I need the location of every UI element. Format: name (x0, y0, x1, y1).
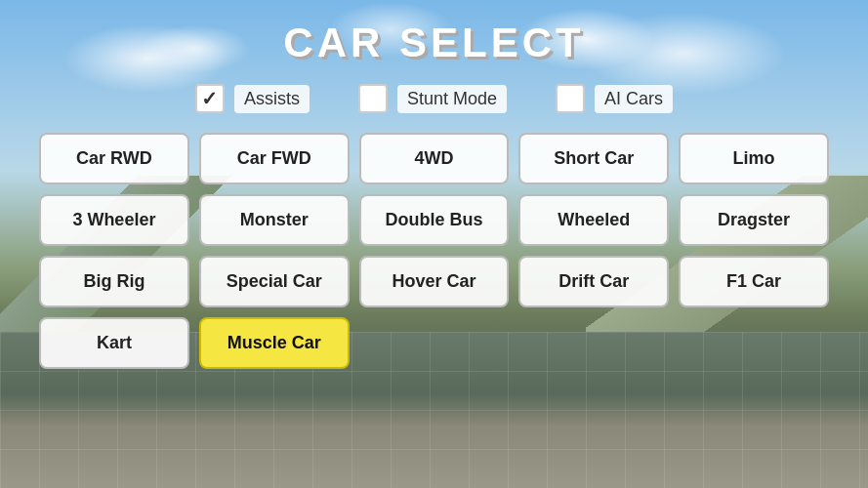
car-btn-dragster[interactable]: Dragster (679, 194, 829, 246)
main-overlay: CAR SELECT Assists Stunt Mode AI Cars Ca… (0, 0, 868, 488)
car-btn-monster[interactable]: Monster (199, 194, 350, 246)
ai-cars-label: AI Cars (595, 85, 673, 113)
page-title: CAR SELECT (283, 20, 584, 66)
car-btn-muscle-car[interactable]: Muscle Car (199, 317, 350, 369)
car-btn-wheeled[interactable]: Wheeled (518, 194, 669, 246)
ai-cars-checkbox[interactable] (556, 84, 585, 113)
cars-grid: Car RWDCar FWD4WDShort CarLimo3 WheelerM… (39, 133, 829, 369)
car-btn-4wd[interactable]: 4WD (359, 133, 510, 184)
car-btn-hover-car[interactable]: Hover Car (359, 256, 510, 307)
car-btn-short-car[interactable]: Short Car (518, 133, 669, 184)
stunt-mode-checkbox[interactable] (358, 84, 388, 113)
assists-label: Assists (234, 85, 310, 113)
car-btn-car-rwd[interactable]: Car RWD (39, 133, 189, 184)
car-btn-limo[interactable]: Limo (679, 133, 829, 184)
car-btn-drift-car[interactable]: Drift Car (518, 256, 669, 307)
car-btn-big-rig[interactable]: Big Rig (39, 256, 189, 307)
car-btn-special-car[interactable]: Special Car (199, 256, 350, 307)
car-btn-double-bus[interactable]: Double Bus (359, 194, 510, 246)
car-btn-kart[interactable]: Kart (39, 317, 189, 369)
car-btn-f1-car[interactable]: F1 Car (679, 256, 829, 307)
assists-checkbox[interactable] (195, 84, 225, 113)
options-row: Assists Stunt Mode AI Cars (195, 84, 673, 113)
option-ai-cars[interactable]: AI Cars (556, 84, 673, 113)
car-btn-3-wheeler[interactable]: 3 Wheeler (39, 194, 189, 246)
option-assists[interactable]: Assists (195, 84, 310, 113)
car-btn-car-fwd[interactable]: Car FWD (199, 133, 350, 184)
stunt-mode-label: Stunt Mode (397, 85, 507, 113)
option-stunt-mode[interactable]: Stunt Mode (358, 84, 507, 113)
